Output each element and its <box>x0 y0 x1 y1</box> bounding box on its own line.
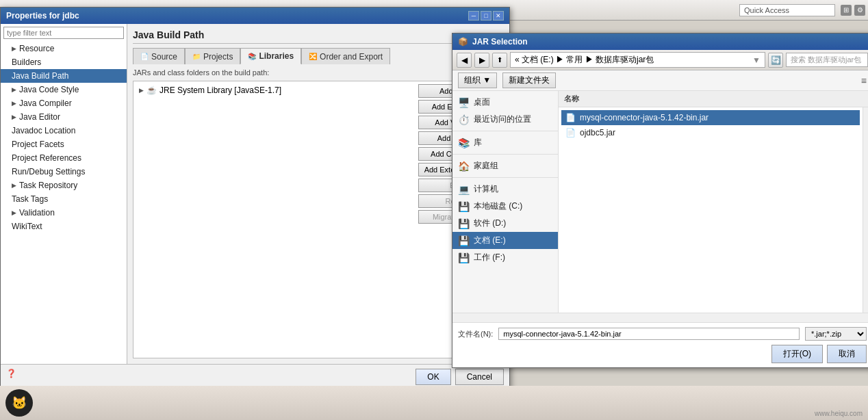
nav-item-resource[interactable]: ▶ Resource <box>1 42 127 55</box>
filename-label: 文件名(N): <box>458 329 493 339</box>
left-nav-panel: ▶ Resource Builders Java Build Path ▶ Ja… <box>1 24 127 364</box>
forward-button[interactable]: ▶ <box>474 53 489 68</box>
bottom-taskbar: 🐱 www.heiqu.com <box>0 386 868 420</box>
sidebar-label-drive-c: 本地磁盘 (C:) <box>474 200 522 212</box>
close-button[interactable]: ✕ <box>493 11 504 21</box>
nav-item-javadoc-location[interactable]: Javadoc Location <box>1 124 127 137</box>
address-dropdown-icon[interactable]: ▼ <box>752 55 761 65</box>
search-box[interactable]: 搜索 数据库驱动jar包 <box>786 53 868 67</box>
sidebar-label-desktop: 桌面 <box>474 96 490 108</box>
up-button[interactable]: ⬆ <box>492 53 507 68</box>
desktop-icon: 🖥️ <box>458 97 470 108</box>
nav-item-task-tags[interactable]: Task Tags <box>1 192 127 206</box>
nav-item-run-debug[interactable]: Run/Debug Settings <box>1 165 127 179</box>
mysql-jar-label: mysql-connector-java-5.1.42-bin.jar <box>580 113 709 122</box>
nav-item-validation[interactable]: ▶ Validation <box>1 206 127 220</box>
jar-item-mysql[interactable]: 📄 mysql-connector-java-5.1.42-bin.jar <box>561 110 860 125</box>
toolbar-icon-2[interactable]: ⚙ <box>854 5 865 16</box>
new-folder-button[interactable]: 新建文件夹 <box>502 73 556 88</box>
computer-icon: 💻 <box>458 184 470 195</box>
nav-label-java-build-path: Java Build Path <box>12 71 68 81</box>
sidebar-item-drive-c[interactable]: 💾 本地磁盘 (C:) <box>452 198 558 215</box>
source-tab-icon: 📄 <box>140 53 149 60</box>
nav-item-project-references[interactable]: Project References <box>1 151 127 165</box>
view-toggle-icon[interactable]: ≡ <box>861 75 867 86</box>
open-button[interactable]: 打开(O) <box>771 345 823 363</box>
sidebar-label-library: 库 <box>474 137 482 148</box>
nav-item-java-code-style[interactable]: ▶ Java Code Style <box>1 83 127 96</box>
homegroup-icon: 🏠 <box>458 161 470 172</box>
toolbar-icon-1[interactable]: ⊞ <box>841 5 852 16</box>
sidebar-label-drive-f: 工作 (F:) <box>474 252 505 263</box>
jar-file-list: 📄 mysql-connector-java-5.1.42-bin.jar 📄 … <box>559 107 863 313</box>
filter-input[interactable] <box>3 27 124 39</box>
jar-footer-buttons: 打开(O) 取消 <box>458 345 867 363</box>
sidebar-divider-1 <box>452 131 558 131</box>
sidebar-item-drive-e[interactable]: 💾 文档 (E:) <box>452 232 558 249</box>
jre-icon: ☕ <box>146 86 157 95</box>
maximize-button[interactable]: □ <box>481 11 492 21</box>
new-folder-label: 新建文件夹 <box>509 75 550 85</box>
ojdbc-jar-label: ojdbc5.jar <box>580 128 615 137</box>
build-path-item-jre[interactable]: ▶ ☕ JRE System Library [JavaSE-1.7] <box>136 84 416 96</box>
watermark: www.heiqu.com <box>815 410 863 417</box>
back-button[interactable]: ◀ <box>457 53 472 68</box>
nav-label-builders: Builders <box>12 57 41 67</box>
tab-source-label: Source <box>151 52 177 62</box>
jar-selection-dialog: 📦 JAR Selection ◀ ▶ ⬆ « 文档 (E:) ▶ 常用 ▶ 数… <box>452 33 868 368</box>
jar-body: 🖥️ 桌面 ⏱️ 最近访问的位置 📚 库 🏠 家庭组 💻 计算机 <box>452 91 868 313</box>
nav-item-wikitext[interactable]: WikiText <box>1 220 127 233</box>
tab-libraries[interactable]: 📚 Libraries <box>240 48 301 64</box>
filetype-select[interactable]: *.jar;*.zip <box>805 327 867 341</box>
sidebar-label-drive-d: 软件 (D:) <box>474 218 506 229</box>
nav-item-project-facets[interactable]: Project Facets <box>1 137 127 151</box>
organize-button[interactable]: 组织 ▼ <box>458 73 497 88</box>
nav-item-builders[interactable]: Builders <box>1 55 127 69</box>
help-icon[interactable]: ❓ <box>6 369 16 385</box>
sidebar-item-library[interactable]: 📚 库 <box>452 134 558 151</box>
jar-list-scrollbar[interactable] <box>863 107 868 313</box>
jar-item-ojdbc[interactable]: 📄 ojdbc5.jar <box>561 125 860 140</box>
filename-input[interactable] <box>498 328 800 340</box>
sidebar-item-drive-f[interactable]: 💾 工作 (F:) <box>452 249 558 266</box>
jar-dialog-icon: 📦 <box>458 37 468 47</box>
nav-arrow-java-code-style: ▶ <box>12 86 16 93</box>
jar-dialog-titlebar: 📦 JAR Selection <box>452 34 868 50</box>
nav-label-run-debug: Run/Debug Settings <box>12 167 85 176</box>
nav-label-javadoc-location: Javadoc Location <box>12 126 75 135</box>
sidebar-item-desktop[interactable]: 🖥️ 桌面 <box>452 94 558 111</box>
ok-button[interactable]: OK <box>416 369 450 385</box>
im-avatar: 🐱 <box>5 389 33 417</box>
horizontal-scrollbar[interactable] <box>452 313 868 322</box>
minimize-button[interactable]: ─ <box>468 11 479 21</box>
properties-title: Properties for jdbc <box>6 11 79 21</box>
address-bar: « 文档 (E:) ▶ 常用 ▶ 数据库驱动jar包 ▼ <box>510 52 765 68</box>
sidebar-item-drive-d[interactable]: 💾 软件 (D:) <box>452 215 558 232</box>
sidebar-item-recent[interactable]: ⏱️ 最近访问的位置 <box>452 111 558 128</box>
properties-titlebar: Properties for jdbc ─ □ ✕ <box>1 8 509 24</box>
nav-arrow-task-repository: ▶ <box>12 182 16 189</box>
quick-access-box[interactable]: Quick Access <box>739 4 835 16</box>
nav-item-java-compiler[interactable]: ▶ Java Compiler <box>1 96 127 110</box>
nav-label-project-facets: Project Facets <box>12 140 64 149</box>
nav-item-java-editor[interactable]: ▶ Java Editor <box>1 110 127 124</box>
nav-item-java-build-path[interactable]: Java Build Path <box>1 69 127 83</box>
titlebar-controls: ─ □ ✕ <box>468 11 504 21</box>
tab-source[interactable]: 📄 Source <box>133 48 185 64</box>
nav-label-java-editor: Java Editor <box>19 112 60 122</box>
sidebar-label-recent: 最近访问的位置 <box>474 114 531 125</box>
jar-cancel-button[interactable]: 取消 <box>827 345 867 363</box>
sidebar-item-computer[interactable]: 💻 计算机 <box>452 181 558 198</box>
tab-order-export[interactable]: 🔀 Order and Export <box>301 48 390 64</box>
nav-item-task-repository[interactable]: ▶ Task Repository <box>1 179 127 192</box>
ojdbc-jar-icon: 📄 <box>565 128 576 137</box>
panel-title: Java Build Path <box>133 29 504 44</box>
nav-label-validation: Validation <box>19 208 55 218</box>
eclipse-toolbar-icons: ⊞ ⚙ <box>841 5 865 16</box>
sidebar-item-homegroup[interactable]: 🏠 家庭组 <box>452 157 558 174</box>
projects-tab-icon: 📁 <box>192 53 201 60</box>
nav-label-java-compiler: Java Compiler <box>19 99 72 108</box>
refresh-button[interactable]: 🔄 <box>768 53 783 68</box>
cancel-button[interactable]: Cancel <box>455 369 504 385</box>
tab-projects[interactable]: 📁 Projects <box>185 48 240 64</box>
